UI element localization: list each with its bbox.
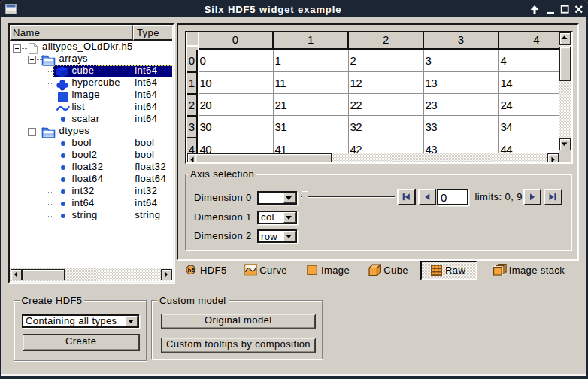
svg-text:h5: h5	[188, 266, 195, 273]
